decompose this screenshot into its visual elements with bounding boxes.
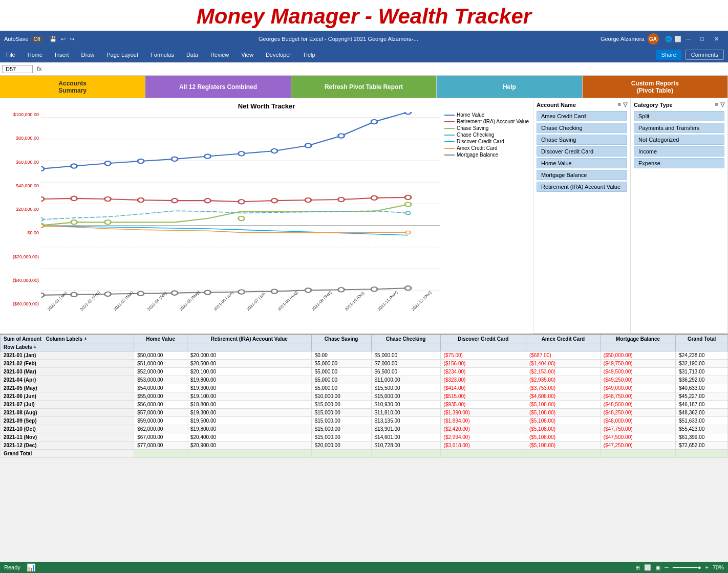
legend-chase-saving: Chase Saving [444, 125, 529, 131]
category-item-split[interactable]: Split [634, 111, 724, 121]
legend-discover: Discover Credit Card [444, 139, 529, 144]
table-row: 2021-04 (Apr) [1, 376, 134, 384]
table-row: ($49,000.00) [600, 384, 675, 392]
table-row: ($47,250.00) [600, 442, 675, 450]
table-row: ($2,935.00) [526, 376, 600, 384]
ribbon-developer[interactable]: Developer [264, 51, 293, 59]
cell-reference[interactable] [2, 65, 33, 73]
tab-all-registers[interactable]: All 12 Registers Combined [145, 76, 291, 98]
ribbon-help[interactable]: Help [302, 51, 317, 59]
ribbon-page-layout[interactable]: Page Layout [104, 51, 140, 59]
y-label-7: ($40,000.00) [4, 278, 39, 283]
category-slicer-sort-icon[interactable]: ≡ [715, 101, 718, 108]
table-row: ($234.00) [440, 368, 526, 376]
category-item-not-categorized[interactable]: Not Categorized [634, 135, 724, 145]
table-row: ($2,153.00) [526, 368, 600, 376]
table-row: $51,000.00 [134, 360, 187, 368]
table-row: $20,000.00 [311, 442, 371, 450]
table-row: $20,000.00 [187, 351, 311, 360]
row-labels-header: Row Labels + [1, 343, 134, 351]
save-icon[interactable]: 💾 [50, 36, 57, 42]
svg-point-28 [239, 200, 245, 204]
restore-icon[interactable]: ⬜ [674, 36, 681, 42]
ribbon-draw[interactable]: Draw [79, 51, 97, 59]
table-row: ($49,500.00) [600, 368, 675, 376]
tab-custom-reports[interactable]: Custom Reports (Pivot Table) [583, 76, 728, 98]
table-row [187, 450, 311, 458]
account-item-chase-checking[interactable]: Chase Checking [537, 123, 627, 133]
ribbon-view[interactable]: View [239, 51, 255, 59]
app-title: Money Manager - Wealth Tracker [0, 0, 728, 31]
category-item-payments[interactable]: Payments and Transfers [634, 123, 724, 133]
table-row: ($5,108.00) [526, 417, 600, 425]
svg-point-50 [271, 289, 277, 293]
table-row: ($515.00) [440, 392, 526, 401]
svg-point-22 [41, 197, 44, 201]
category-type-slicer: Category Type ≡ ▽ Split Payments and Tra… [631, 98, 728, 333]
tab-refresh-pivot[interactable]: Refresh Pivot Table Report [291, 76, 437, 98]
table-row: $15,000.00 [311, 417, 371, 425]
legend-retirement: Retirement (IRA) Account Value [444, 119, 529, 124]
category-item-expense[interactable]: Expense [634, 158, 724, 168]
table-row: 2021-06 (Jun) [1, 392, 134, 401]
table-row: $11,810.00 [371, 409, 440, 417]
table-row: $19,800.00 [187, 376, 311, 384]
account-item-mortgage[interactable]: Mortgage Balance [537, 170, 627, 180]
category-slicer-filter-icon[interactable]: ▽ [720, 101, 724, 108]
ribbon-file[interactable]: File [4, 51, 17, 59]
tab-help[interactable]: Help [437, 76, 582, 98]
svg-point-16 [239, 151, 245, 156]
table-row: $19,500.00 [187, 417, 311, 425]
maximize-button[interactable]: □ [695, 31, 709, 47]
table-row: Grand Total [1, 450, 134, 458]
share-button[interactable]: Share [656, 50, 681, 60]
data-section: Sum of Amount Column Labels + Home Value… [0, 334, 728, 458]
table-row: $56,000.00 [134, 401, 187, 409]
account-item-discover[interactable]: Discover Credit Card [537, 146, 627, 157]
redo-icon[interactable]: ↪ [70, 36, 74, 42]
ribbon-home[interactable]: Home [26, 51, 45, 59]
svg-point-48 [205, 290, 211, 294]
ribbon-review[interactable]: Review [208, 51, 231, 59]
category-item-income[interactable]: Income [634, 146, 724, 157]
table-row: $5,000.00 [311, 376, 371, 384]
autosave-control: AutoSave Off [4, 36, 44, 42]
minimize-button[interactable]: ─ [681, 31, 696, 47]
globe-icon[interactable]: 🌐 [665, 36, 672, 42]
col-mortgage-header: Mortgage Balance [600, 335, 675, 343]
ribbon-insert[interactable]: Insert [53, 51, 71, 59]
account-item-chase-saving[interactable]: Chase Saving [537, 135, 627, 145]
autosave-badge[interactable]: Off [31, 36, 44, 42]
fx-icon[interactable]: fx [37, 65, 42, 73]
row-labels-expand[interactable]: + [33, 344, 36, 350]
svg-point-40 [406, 211, 411, 214]
close-button[interactable]: ✕ [709, 31, 724, 47]
category-slicer-header: Category Type ≡ ▽ [634, 101, 724, 108]
column-labels-expand[interactable]: + [84, 336, 87, 342]
col-checking-sub [371, 343, 440, 351]
table-row: $7,000.00 [371, 360, 440, 368]
comments-button[interactable]: Comments [686, 50, 724, 60]
account-item-retirement[interactable]: Retirement (IRA) Account Value [537, 182, 627, 192]
svg-point-12 [105, 161, 111, 165]
tab-accounts-summary[interactable]: Accounts Summary [0, 76, 145, 98]
ribbon-data[interactable]: Data [184, 51, 200, 59]
table-row: ($47,500.00) [600, 433, 675, 442]
account-slicer-sort-icon[interactable]: ≡ [618, 101, 621, 108]
chart-svg-container: 2021-01 (Jan) 2021-02 (Feb) 2021-03 (Mar… [41, 112, 440, 306]
undo-icon[interactable]: ↩ [61, 36, 66, 42]
account-slicer-filter-icon[interactable]: ▽ [623, 101, 627, 108]
table-row: $13,901.00 [371, 425, 440, 433]
account-item-home-value[interactable]: Home Value [537, 158, 627, 168]
formula-input[interactable] [46, 66, 726, 72]
account-item-amex[interactable]: Amex Credit Card [537, 111, 627, 121]
svg-point-39 [41, 218, 44, 221]
svg-point-21 [405, 112, 411, 114]
ribbon-formulas[interactable]: Formulas [148, 51, 176, 59]
table-row: $62,000.00 [134, 425, 187, 433]
chase-saving-line [41, 205, 408, 226]
table-row: $31,713.00 [676, 368, 728, 376]
col-grand-sub [676, 343, 728, 351]
legend-home-value: Home Value [444, 112, 529, 118]
table-row: ($48,750.00) [600, 392, 675, 401]
